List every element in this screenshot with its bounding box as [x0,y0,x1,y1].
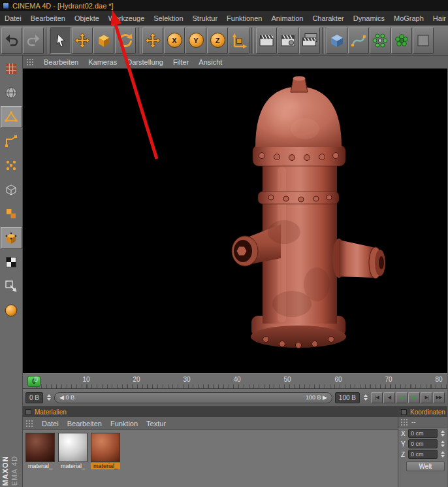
mograph-cloner-button[interactable] [391,27,412,54]
rotate-tool-icon [117,32,134,49]
scale-tool-button[interactable] [93,27,114,54]
ruler-tick-label: 70 [385,376,392,383]
mat-menu-funktion[interactable]: Funktion [110,420,138,428]
render-settings-button[interactable] [278,27,298,54]
rotate-tool-button[interactable] [115,27,136,54]
edges-mode-button[interactable] [1,178,22,201]
material-thumbnail-rust[interactable] [91,433,120,462]
texture-mode-button[interactable] [1,203,22,225]
menu-objekte[interactable]: Objekte [70,14,104,22]
timeline-range-slider[interactable]: ◀ 0 B 100 B ▶ [54,392,332,403]
last-tool-button[interactable] [142,27,163,54]
undo-icon [4,33,20,48]
move-tool-button[interactable] [72,27,93,54]
vp-menu-ansicht[interactable]: Ansicht [199,58,222,66]
texture-axis-mode-button[interactable] [1,251,22,273]
cinema4d-logo-text: EMA 4D [10,456,18,486]
object-axis-icon [4,134,18,148]
menu-funktionen[interactable]: Funktionen [222,14,266,22]
transport-controls: |◀ ◀| ◀ ▶ ▶| ▶▶ [371,392,445,403]
coordinate-system-dropdown[interactable]: Welt [406,462,445,471]
menu-mograph[interactable]: MoGraph [389,14,428,22]
x-axis-label: X [401,430,406,437]
y-position-field[interactable]: 0 cm [408,439,438,448]
goto-start-button[interactable]: |◀ [371,392,383,403]
model-mode-button[interactable] [1,106,22,128]
y-stepper[interactable] [440,441,445,447]
end-frame-stepper[interactable] [362,394,368,401]
redo-button[interactable] [23,27,44,54]
menu-werkzeuge[interactable]: Werkzeuge [104,14,149,22]
coordinates-header[interactable]: Koordinaten [398,407,447,417]
x-position-field[interactable]: 0 cm [408,429,438,438]
object-axis-mode-button[interactable] [1,130,22,152]
vp-menu-darstellung[interactable]: Darstellung [127,58,163,66]
panel-grip[interactable] [400,418,408,426]
y-axis-lock-button[interactable]: Y [185,27,206,54]
previous-key-button[interactable]: ◀| [383,392,395,403]
material-thumbnail-dark[interactable] [25,433,55,462]
materials-menu-bar: Datei Bearbeiten Funktion Textur [23,417,398,430]
mat-menu-bearbeiten[interactable]: Bearbeiten [67,420,102,428]
mat-menu-textur[interactable]: Textur [146,420,166,428]
z-axis-lock-button[interactable]: Z [207,27,228,54]
play-forward-button[interactable]: ▶ [408,392,420,403]
add-spline-button[interactable] [348,27,369,54]
menu-dynamics[interactable]: Dynamics [349,14,389,22]
menu-struktur[interactable]: Struktur [188,14,223,22]
ruler-tick-label: 0 [34,376,38,383]
3d-viewport[interactable] [23,69,447,373]
goto-end-button[interactable]: ▶▶ [433,392,445,403]
end-frame-field[interactable]: 100 B [335,392,360,403]
clipped-toolbar-button[interactable] [413,27,434,54]
live-selection-button[interactable] [50,27,71,54]
timeline-ruler[interactable]: 0 0 10 20 30 40 50 60 70 80 [23,373,447,389]
x-stepper[interactable] [440,430,445,437]
material-item: material_ [25,433,56,469]
current-frame-stepper[interactable] [46,394,52,401]
lathe-object-button[interactable] [1,299,22,322]
add-cube-object-button[interactable] [327,27,347,54]
menu-charakter[interactable]: Charakter [308,14,348,22]
add-array-object-button[interactable] [370,27,391,54]
workplane-mode-button[interactable] [1,275,22,297]
render-view-button[interactable] [256,27,277,54]
menu-hair[interactable]: Hair [428,14,448,22]
menu-bearbeiten[interactable]: Bearbeiten [26,14,70,22]
menu-selektion[interactable]: Selektion [149,14,187,22]
materials-title: Materialien [35,409,67,416]
materials-header[interactable]: Materialien [23,407,398,417]
menu-datei[interactable]: Datei [0,14,26,22]
world-mode-button[interactable] [1,82,22,104]
render-picture-viewer-button[interactable] [299,27,320,54]
next-key-button[interactable]: ▶| [421,392,432,403]
vp-menu-kameras[interactable]: Kameras [88,58,117,66]
current-frame-field[interactable]: 0 B [25,392,43,403]
coordinate-row-x: X 0 cm [398,428,447,438]
materials-list: material_ material_ material_ [23,430,398,487]
mat-menu-datei[interactable]: Datei [42,420,59,428]
z-stepper[interactable] [440,451,445,458]
vp-menu-filter[interactable]: Filter [173,58,189,66]
z-position-field[interactable]: 0 cm [408,450,438,459]
material-item-selected: material_ [91,433,121,469]
vp-menu-bearbeiten[interactable]: Bearbeiten [44,58,78,66]
menu-animation[interactable]: Animation [266,14,308,22]
toolbar-separator [251,27,254,54]
ruler-tick-label: 20 [133,376,140,383]
move-tool-icon [74,32,91,49]
app-icon [3,3,9,9]
panel-grip[interactable] [26,58,34,66]
x-axis-lock-button[interactable]: X [164,27,185,54]
panel-grip[interactable] [25,420,33,428]
points-mode-button[interactable] [1,154,22,176]
material-thumbnail-white[interactable] [58,433,88,462]
material-grid-button[interactable] [1,58,22,80]
play-backward-button[interactable]: ◀ [396,392,408,403]
ruler-tick-label: 50 [283,376,291,383]
coordinate-system-button[interactable] [229,27,249,54]
y-axis-icon: Y [189,33,204,48]
undo-button[interactable] [1,27,22,54]
polygons-mode-button[interactable] [1,227,22,249]
coordinate-row-y: Y 0 cm [398,438,447,448]
